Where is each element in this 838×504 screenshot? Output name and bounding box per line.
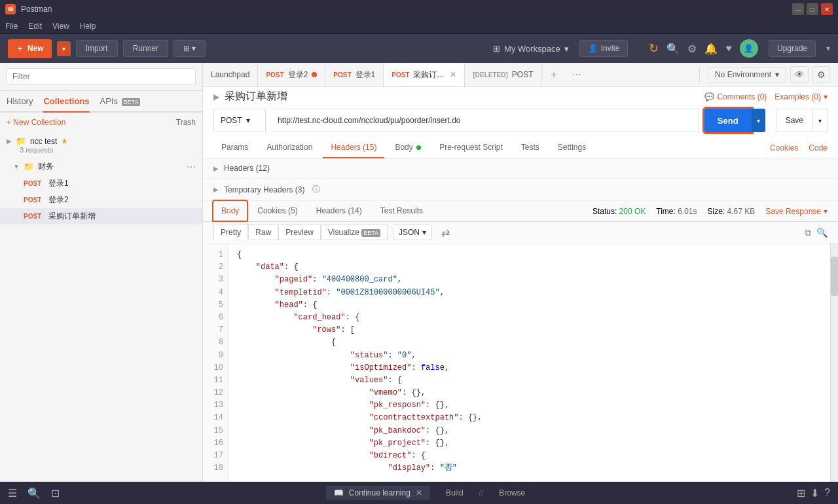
environment-selector[interactable]: No Environment ▾	[708, 67, 786, 82]
request-login2[interactable]: POST 登录2	[0, 192, 202, 208]
layout-button[interactable]: ⊞ ▾	[173, 40, 206, 57]
scrollbar[interactable]	[830, 243, 838, 482]
search-button[interactable]: 🔍	[816, 227, 828, 238]
avatar[interactable]: 👤	[740, 39, 758, 58]
format-selector[interactable]: JSON ▾	[393, 225, 432, 240]
folder-icon: 📁	[16, 136, 26, 146]
request-login1[interactable]: POST 登录1	[0, 175, 202, 192]
tab-apis[interactable]: APIs BETA	[100, 96, 141, 113]
tab-body[interactable]: Body	[387, 137, 429, 158]
new-collection-button[interactable]: + New Collection	[7, 118, 65, 127]
menu-edit[interactable]: Edit	[28, 22, 42, 31]
invite-button[interactable]: 👤 Invite	[579, 40, 628, 57]
cookies-link[interactable]: Cookies	[770, 143, 798, 153]
save-dropdown-button[interactable]: ▾	[813, 109, 828, 132]
settings-button[interactable]: ⚙	[687, 43, 697, 55]
upgrade-arrow[interactable]: ▾	[826, 44, 830, 53]
refresh-button[interactable]: ↻	[649, 41, 659, 56]
continue-learning-label[interactable]: Continue learning	[349, 488, 410, 497]
folder-header[interactable]: ▼ 📁 财务	[13, 161, 54, 172]
browse-button[interactable]: Browse	[494, 486, 530, 500]
visualize-tab[interactable]: Visualize BETA	[321, 225, 388, 240]
menu-file[interactable]: File	[5, 22, 18, 31]
info-icon[interactable]: ⓘ	[312, 184, 320, 195]
expand-icon[interactable]: ▶	[213, 92, 219, 101]
code-link[interactable]: Code	[809, 143, 828, 153]
tab-authorization[interactable]: Authorization	[259, 137, 320, 158]
response-tab-tests[interactable]: Test Results	[373, 201, 431, 222]
trash-button[interactable]: Trash	[176, 118, 196, 127]
gear-button[interactable]: ⚙	[812, 66, 830, 83]
close-icon[interactable]: ✕	[416, 488, 422, 497]
import-button[interactable]: Import	[76, 40, 118, 57]
layout-bottom-button[interactable]: ⊡	[51, 487, 60, 499]
tab-label: Launchpad	[211, 70, 249, 79]
request-purchase[interactable]: POST 采购订单新增	[0, 208, 202, 225]
send-dropdown-button[interactable]: ▾	[752, 109, 765, 132]
save-response-button[interactable]: Save Response ▾	[765, 207, 828, 216]
tab-history[interactable]: History	[7, 96, 33, 113]
menu-view[interactable]: View	[52, 22, 69, 31]
runner-button[interactable]: Runner	[123, 40, 168, 57]
request-title-row: ▶ 采购订单新增 💬 Comments (0) Examples (0) ▾	[203, 87, 838, 103]
comments-button[interactable]: 💬 Comments (0)	[704, 92, 767, 101]
method-selector[interactable]: POST ▾	[213, 109, 266, 132]
headers-section[interactable]: ▶ Headers (12)	[203, 158, 838, 179]
menu-bar: File Edit View Help	[0, 18, 838, 34]
search-button[interactable]: 🔍	[666, 43, 680, 55]
eye-button[interactable]: 👁	[790, 66, 809, 83]
tab-settings[interactable]: Settings	[550, 137, 594, 158]
tab-deleted[interactable]: [DELETED] POST	[465, 63, 541, 86]
window-controls: — □ ✕	[792, 3, 833, 15]
save-button[interactable]: Save	[776, 109, 813, 132]
raw-tab[interactable]: Raw	[248, 225, 278, 240]
tab-tests[interactable]: Tests	[513, 137, 547, 158]
folder-menu-icon[interactable]: ⋯	[187, 162, 196, 172]
send-button[interactable]: Send	[704, 109, 752, 132]
transfer-icon[interactable]: ⇄	[437, 225, 454, 240]
tab-close-icon[interactable]: ✕	[450, 70, 456, 79]
build-button[interactable]: Build	[441, 486, 469, 500]
workspace-selector[interactable]: ⊞ My Workspace ▾	[493, 44, 569, 54]
sidebar-toggle-button[interactable]: ☰	[8, 487, 17, 499]
tab-login1[interactable]: POST 登录1	[325, 63, 384, 86]
tab-collections[interactable]: Collections	[43, 96, 89, 113]
split-view-button[interactable]: ⊞	[797, 487, 805, 499]
upgrade-button[interactable]: Upgrade	[769, 40, 816, 57]
more-tabs-button[interactable]: ⋯	[566, 69, 588, 80]
temp-headers-section[interactable]: ▶ Temporary Headers (3) ⓘ	[203, 179, 838, 201]
menu-help[interactable]: Help	[80, 22, 96, 31]
examples-button[interactable]: Examples (0) ▾	[774, 92, 828, 101]
close-button[interactable]: ✕	[821, 3, 833, 15]
search-bottom-button[interactable]: 🔍	[27, 487, 41, 499]
tab-params[interactable]: Params	[213, 137, 256, 158]
download-button[interactable]: ⬇	[811, 487, 819, 499]
response-tab-body[interactable]: Body	[213, 201, 247, 222]
response-status: Status: 200 OK Time: 6.01s Size: 4.67 KB…	[592, 207, 828, 216]
tab-purchase[interactable]: POST 采购订... ✕	[384, 63, 465, 87]
notifications-button[interactable]: 🔔	[704, 43, 718, 55]
section-label: Temporary Headers (3)	[224, 185, 304, 194]
new-dropdown-button[interactable]: ▾	[57, 41, 71, 56]
pretty-tab[interactable]: Pretty	[213, 225, 248, 240]
preview-tab[interactable]: Preview	[278, 225, 321, 240]
tab-login2[interactable]: POST 登录2	[258, 63, 325, 86]
url-input[interactable]	[271, 109, 699, 132]
collection-header[interactable]: ▶ 📁 ncc test ★	[7, 136, 196, 146]
scrollbar-thumb[interactable]	[831, 257, 838, 296]
add-tab-button[interactable]: ＋	[542, 68, 566, 82]
copy-button[interactable]: ⧉	[805, 227, 811, 238]
tab-headers[interactable]: Headers (15)	[323, 137, 384, 158]
sidebar-content: ▶ 📁 ncc test ★ 3 requests ▼ 📁 财务 ⋯ POST	[0, 132, 202, 482]
minimize-button[interactable]: —	[792, 3, 804, 15]
tab-launchpad[interactable]: Launchpad	[203, 63, 258, 86]
new-button[interactable]: ＋ New	[8, 39, 52, 58]
favorites-button[interactable]: ♥	[725, 43, 732, 54]
response-tab-cookies[interactable]: Cookies (5)	[249, 201, 305, 222]
response-tab-headers[interactable]: Headers (14)	[308, 201, 370, 222]
tab-prerequest[interactable]: Pre-request Script	[431, 137, 511, 158]
help-button[interactable]: ?	[824, 487, 830, 499]
maximize-button[interactable]: □	[807, 3, 818, 15]
search-input[interactable]	[7, 68, 196, 85]
sidebar-actions: + New Collection Trash	[0, 113, 202, 132]
